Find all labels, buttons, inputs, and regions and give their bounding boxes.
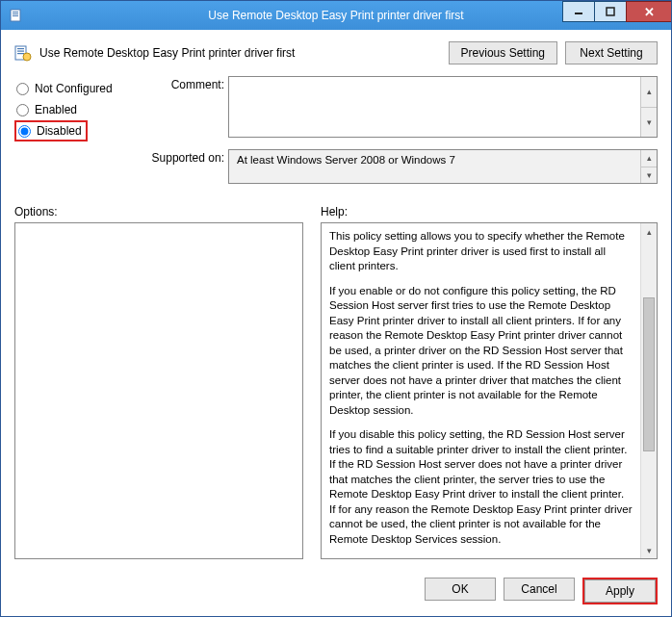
maximize-button[interactable]: [594, 1, 627, 22]
help-text: This policy setting allows you to specif…: [322, 223, 640, 558]
scroll-thumb[interactable]: [643, 297, 655, 451]
radio-not-configured[interactable]: Not Configured: [14, 78, 149, 99]
radio-disabled-input[interactable]: [18, 125, 31, 138]
header: Use Remote Desktop Easy Print printer dr…: [1, 30, 671, 70]
titlebar: Use Remote Desktop Easy Print printer dr…: [1, 1, 671, 30]
svg-point-10: [23, 53, 31, 61]
policy-title: Use Remote Desktop Easy Print printer dr…: [39, 46, 295, 60]
options-label: Options:: [14, 205, 321, 219]
close-button[interactable]: ✕: [626, 1, 672, 22]
svg-rect-2: [13, 13, 18, 14]
supported-scroll[interactable]: ▴ ▾: [640, 150, 657, 183]
cancel-button[interactable]: Cancel: [504, 578, 575, 601]
apply-button-highlight: Apply: [582, 578, 658, 604]
scroll-up-icon[interactable]: ▴: [641, 77, 657, 108]
radio-disabled-label: Disabled: [37, 124, 82, 138]
radio-disabled[interactable]: Disabled: [14, 120, 88, 141]
help-scrollbar[interactable]: ▴ ▾: [640, 223, 657, 558]
svg-rect-1: [13, 12, 18, 13]
radio-enabled-label: Enabled: [35, 103, 77, 116]
radio-enabled-input[interactable]: [16, 104, 29, 116]
scroll-down-icon[interactable]: ▾: [641, 167, 657, 184]
ok-button[interactable]: OK: [425, 578, 496, 601]
state-radios: Not Configured Enabled Disabled: [14, 76, 149, 195]
previous-setting-button[interactable]: Previous Setting: [449, 41, 557, 64]
options-pane: [14, 222, 303, 559]
supported-on-box: At least Windows Server 2008 or Windows …: [228, 149, 658, 184]
help-paragraph: This policy setting allows you to specif…: [329, 229, 633, 274]
svg-rect-9: [17, 53, 24, 54]
comment-label: Comment:: [149, 76, 228, 138]
minimize-button[interactable]: [562, 1, 595, 22]
policy-window-icon: [7, 5, 28, 26]
supported-on-value: At least Windows Server 2008 or Windows …: [237, 154, 455, 166]
comment-textarea[interactable]: ▴ ▾: [228, 76, 658, 138]
radio-not-configured-label: Not Configured: [35, 82, 113, 95]
footer: OK Cancel Apply: [1, 568, 671, 616]
help-label: Help:: [321, 205, 348, 219]
next-setting-button[interactable]: Next Setting: [565, 41, 658, 64]
svg-rect-8: [17, 51, 24, 52]
svg-rect-3: [13, 15, 18, 16]
help-paragraph: If you disable this policy setting, the …: [329, 427, 633, 547]
scroll-down-icon[interactable]: ▾: [641, 108, 657, 138]
scroll-track[interactable]: [641, 240, 657, 542]
policy-icon: [14, 44, 32, 62]
close-icon: ✕: [644, 5, 655, 19]
scroll-down-icon[interactable]: ▾: [641, 542, 657, 558]
scroll-up-icon[interactable]: ▴: [641, 150, 657, 167]
svg-rect-5: [607, 8, 614, 15]
comment-scroll[interactable]: ▴ ▾: [640, 77, 657, 137]
radio-enabled[interactable]: Enabled: [14, 99, 149, 120]
window-controls: ✕: [562, 1, 671, 30]
help-paragraph: If you enable or do not configure this p…: [329, 284, 633, 419]
apply-button[interactable]: Apply: [584, 579, 656, 603]
supported-label: Supported on:: [149, 149, 228, 184]
help-pane: This policy setting allows you to specif…: [321, 222, 658, 559]
svg-rect-7: [17, 48, 24, 49]
scroll-up-icon[interactable]: ▴: [641, 223, 657, 240]
radio-not-configured-input[interactable]: [16, 83, 29, 95]
